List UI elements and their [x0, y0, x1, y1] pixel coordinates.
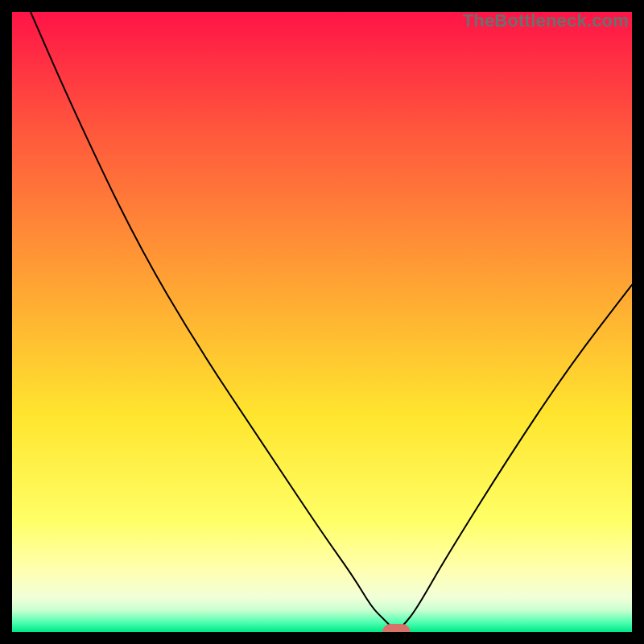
chart-background: [12, 12, 632, 632]
chart-frame: TheBottleneck.com: [12, 12, 632, 632]
watermark-text: TheBottleneck.com: [463, 10, 629, 31]
optimum-marker: [382, 624, 411, 632]
bottleneck-chart: [12, 12, 632, 632]
